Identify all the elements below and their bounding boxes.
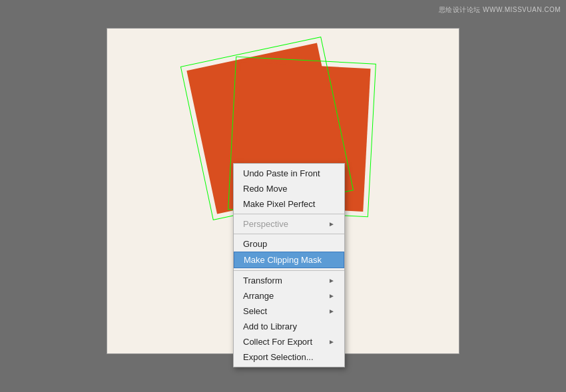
watermark: 思绘设计论坛 WWW.MISSVUAN.COM [439,5,561,15]
menu-item-make-pixel-perfect[interactable]: Make Pixel Perfect [234,196,344,212]
menu-item-arrange[interactable]: Arrange ► [234,288,344,303]
menu-item-transform[interactable]: Transform ► [234,273,344,288]
context-menu: Undo Paste in Front Redo Move Make Pixel… [233,163,345,367]
arrow-icon-select: ► [328,307,335,315]
menu-item-perspective: Perspective ► [234,216,344,232]
menu-item-add-to-library[interactable]: Add to Library [234,319,344,334]
arrow-icon: ► [328,220,335,228]
menu-separator-1 [234,214,344,214]
menu-item-redo-move[interactable]: Redo Move [234,181,344,196]
menu-item-select[interactable]: Select ► [234,303,344,319]
menu-item-export-selection[interactable]: Export Selection... [234,349,344,365]
menu-separator-2 [234,234,344,234]
menu-item-collect-for-export[interactable]: Collect For Export ► [234,334,344,349]
arrow-icon-collect: ► [328,338,335,345]
menu-item-group[interactable]: Group [234,236,344,252]
menu-item-make-clipping-mask[interactable]: Make Clipping Mask [234,252,344,268]
menu-item-undo-paste[interactable]: Undo Paste in Front [234,166,344,181]
arrow-icon-transform: ► [328,277,335,284]
arrow-icon-arrange: ► [328,292,335,299]
menu-separator-3 [234,270,344,271]
